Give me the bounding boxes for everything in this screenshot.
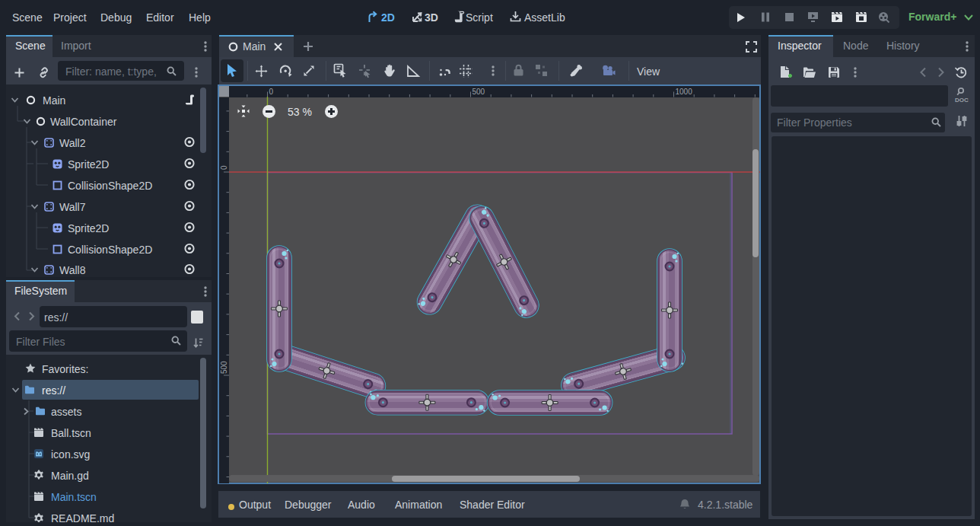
svg-text:500: 500 (473, 88, 485, 96)
svg-text:DOC: DOC (955, 97, 969, 104)
svg-text:0: 0 (220, 165, 228, 170)
svg-text:0: 0 (269, 88, 274, 96)
svg-text:500: 500 (220, 361, 228, 374)
svg-text:1000: 1000 (676, 88, 693, 96)
